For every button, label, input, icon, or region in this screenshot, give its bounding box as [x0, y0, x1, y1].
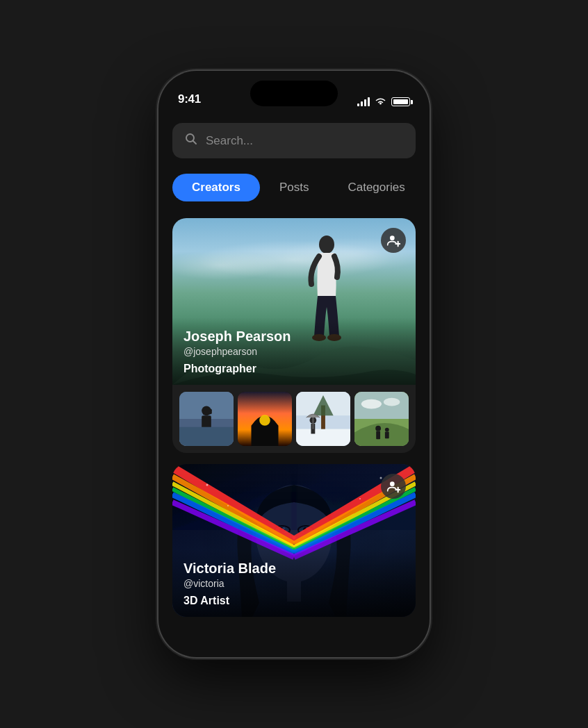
- svg-point-60: [390, 481, 395, 486]
- creator-name-joseph: Joseph Pearson: [183, 329, 405, 345]
- creator-card-joseph[interactable]: Joseph Pearson @josephpearson Photograph…: [172, 218, 416, 453]
- creator-banner-victoria: Victoria Blade @victoria 3D Artist: [172, 464, 416, 617]
- svg-point-31: [385, 428, 389, 432]
- svg-point-27: [361, 399, 382, 409]
- tab-posts[interactable]: Posts: [260, 174, 329, 201]
- tab-bar: Creators Posts Categories: [172, 174, 416, 201]
- banner-info-joseph: Joseph Pearson @josephpearson Photograph…: [172, 317, 416, 385]
- phone-wrapper: 9:41: [148, 65, 440, 663]
- tab-creators[interactable]: Creators: [172, 174, 260, 201]
- add-user-icon-joseph: [386, 233, 400, 247]
- phone-frame: 9:41: [158, 71, 430, 657]
- follow-button-joseph[interactable]: [381, 228, 406, 253]
- creator-name-victoria: Victoria Blade: [183, 561, 405, 577]
- banner-bg-victoria: Victoria Blade @victoria 3D Artist: [172, 464, 416, 617]
- svg-point-56: [206, 484, 209, 486]
- wifi-icon: [375, 97, 386, 106]
- status-icons: [357, 97, 410, 106]
- svg-rect-13: [179, 427, 234, 446]
- photo-thumb-3[interactable]: [296, 392, 350, 446]
- svg-rect-12: [204, 408, 212, 414]
- creator-role-joseph: Photographer: [183, 363, 405, 375]
- search-bar[interactable]: Search...: [172, 123, 416, 158]
- search-placeholder: Search...: [206, 134, 253, 148]
- screen: Search... Creators Posts Categories: [158, 71, 430, 657]
- photo-thumb-4[interactable]: [354, 392, 409, 446]
- battery-icon: [391, 97, 410, 106]
- bottom-spacer: [172, 628, 416, 656]
- follow-button-victoria[interactable]: [381, 474, 406, 499]
- dynamic-island: [250, 81, 338, 106]
- add-user-icon-victoria: [386, 479, 400, 493]
- svg-point-28: [384, 398, 400, 406]
- creator-handle-victoria: @victoria: [183, 578, 405, 589]
- creator-banner-joseph: Joseph Pearson @josephpearson Photograph…: [172, 218, 416, 385]
- photo-thumb-1[interactable]: [179, 392, 234, 446]
- photo-thumb-2[interactable]: [238, 392, 292, 446]
- svg-point-29: [375, 426, 381, 431]
- svg-point-16: [259, 415, 270, 426]
- clouds: [172, 232, 416, 288]
- main-content[interactable]: Search... Creators Posts Categories: [158, 112, 430, 657]
- signal-icon: [357, 97, 370, 106]
- photo-grid-joseph: [172, 385, 416, 453]
- banner-info-victoria: Victoria Blade @victoria 3D Artist: [172, 549, 416, 617]
- svg-point-59: [359, 498, 361, 499]
- search-icon: [185, 133, 197, 149]
- svg-line-1: [193, 141, 197, 144]
- svg-rect-19: [296, 429, 350, 446]
- svg-point-58: [227, 505, 229, 506]
- creator-role-victoria: 3D Artist: [183, 595, 405, 607]
- creator-handle-joseph: @josephpearson: [183, 346, 405, 357]
- svg-point-2: [319, 235, 334, 254]
- status-time: 9:41: [178, 92, 201, 106]
- svg-point-57: [380, 477, 382, 479]
- tab-categories[interactable]: Categories: [328, 174, 424, 201]
- svg-point-5: [390, 235, 395, 240]
- svg-rect-30: [376, 431, 380, 440]
- creator-card-victoria[interactable]: Victoria Blade @victoria 3D Artist: [172, 464, 416, 617]
- svg-rect-32: [385, 432, 389, 439]
